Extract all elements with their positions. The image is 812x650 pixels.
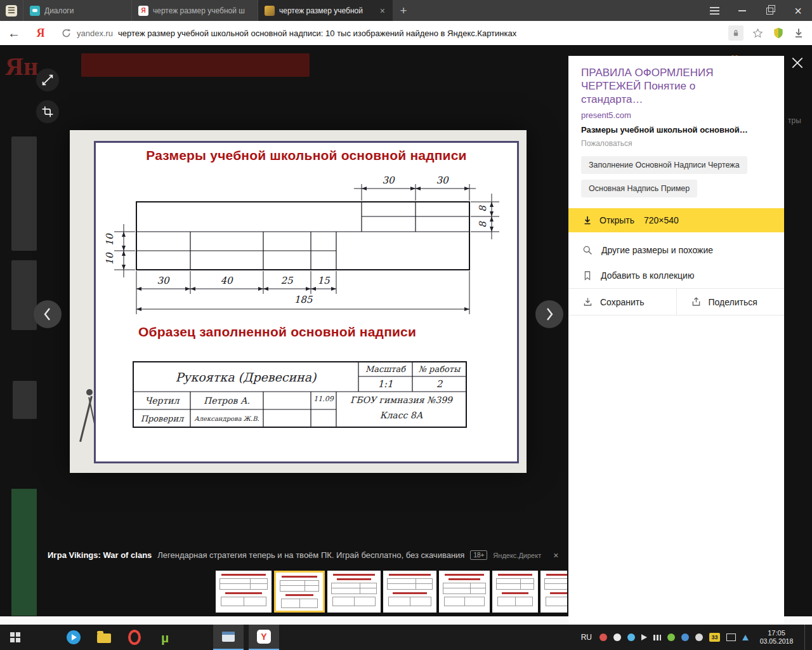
tabs-panel-button[interactable] (0, 0, 23, 21)
taskbar-app-window[interactable] (213, 625, 244, 650)
image-favicon (265, 6, 275, 16)
query-chip[interactable]: Заполнение Основной Надписи Чертежа (581, 156, 747, 174)
taskbar-media-player[interactable] (58, 625, 89, 650)
save-button[interactable]: Сохранить (568, 289, 676, 315)
fullscreen-button[interactable] (36, 69, 59, 91)
sample-work-value: 2 (414, 377, 465, 391)
yandex-logo[interactable]: Я (28, 27, 53, 40)
crop-button[interactable] (36, 100, 59, 123)
network-icon[interactable] (653, 635, 661, 640)
source-page-title[interactable]: ПРАВИЛА ОФОРМЛЕНИЯ ЧЕРТЕЖЕЙ Понятие о ст… (581, 66, 754, 106)
thumbnail[interactable] (327, 571, 381, 613)
language-indicator[interactable]: RU (581, 633, 592, 642)
yandex-favicon: Я (138, 6, 148, 16)
volume-icon[interactable] (641, 634, 647, 640)
ad-title[interactable]: Игра Vikings: War of clans (48, 550, 152, 560)
sample-heading: Образец заполненной основной надписи (138, 324, 416, 340)
minimize-button[interactable] (728, 0, 756, 21)
taskbar-spacer (30, 625, 58, 650)
utorrent-icon: µ (161, 631, 169, 644)
back-button[interactable]: ← (0, 26, 28, 41)
next-image-button[interactable] (535, 300, 563, 328)
dim-right-label: 8 (477, 202, 488, 216)
more-sizes-label: Другие размеры и похожие (601, 245, 713, 255)
start-button[interactable] (0, 625, 30, 650)
menu-icon (710, 10, 719, 11)
opera-icon (128, 630, 141, 645)
sample-scale-label: Масштаб (360, 362, 411, 376)
dim-bottom-label: 25 (280, 275, 292, 286)
ad-text: Легендарная стратегия теперь и на твоём … (157, 550, 464, 560)
taskbar-opera[interactable] (119, 625, 150, 650)
show-hidden-icons[interactable] (742, 635, 749, 640)
next-arrow-icon (542, 306, 556, 322)
sample-check-value: Александрова Ж.В. (191, 410, 263, 427)
tab-label: Диалоги (44, 6, 125, 15)
security-button[interactable] (728, 25, 743, 41)
close-viewer-button[interactable] (790, 55, 805, 70)
tray-app-icon[interactable] (667, 633, 675, 641)
source-site-link[interactable]: present5.com (581, 110, 771, 120)
tab-close-icon[interactable]: × (379, 6, 386, 15)
lock-icon (731, 29, 740, 37)
system-tray: RU 33 17:05 03.05.2018 (581, 625, 812, 650)
prev-image-button[interactable] (34, 300, 62, 328)
sample-check-label: Проверил (134, 410, 190, 427)
dim-top-label: 30 (436, 175, 448, 186)
thumbnail-selected[interactable] (274, 571, 325, 613)
show-desktop-button[interactable] (804, 625, 808, 650)
thumbnail[interactable] (439, 571, 490, 613)
tab-search-results[interactable]: Я чертеж размер учебной ш (131, 0, 258, 21)
taskbar-utorrent[interactable]: µ (150, 625, 180, 650)
tray-app-icon[interactable] (599, 633, 607, 641)
close-icon (790, 56, 804, 70)
tab-image-viewer[interactable]: чертеж размер учебной × (258, 0, 393, 21)
taskbar-yandex-browser[interactable]: Y (249, 625, 279, 650)
reload-icon[interactable] (61, 28, 72, 39)
thumbnail[interactable] (492, 571, 538, 613)
taskbar-file-explorer[interactable] (89, 625, 119, 650)
taskbar-clock[interactable]: 17:05 03.05.2018 (755, 629, 798, 646)
save-share-row: Сохранить Поделиться (568, 288, 784, 315)
thumbnail[interactable] (216, 571, 272, 613)
display-icon[interactable] (726, 633, 736, 641)
folder-icon (97, 633, 111, 643)
close-window-button[interactable]: × (784, 0, 812, 21)
close-icon: × (794, 4, 802, 17)
address-bar: ← Я yandex.ru чертеж размер учебной школ… (0, 21, 812, 45)
close-ad-icon[interactable]: × (553, 550, 558, 560)
tray-badge[interactable]: 33 (709, 633, 720, 642)
clock-date: 03.05.2018 (755, 637, 798, 646)
minimize-icon (738, 10, 746, 11)
ad-banner[interactable]: Игра Vikings: War of clans Легендарная с… (42, 550, 557, 560)
tray-app-icon[interactable] (681, 633, 689, 641)
query-chip[interactable]: Основная Надпись Пример (581, 180, 697, 197)
browser-menu-button[interactable] (700, 0, 728, 21)
dim-top-label: 30 (382, 175, 394, 186)
new-tab-button[interactable]: + (393, 0, 414, 21)
report-link[interactable]: Пожаловаться (581, 139, 771, 148)
dimmed-result-card (13, 381, 37, 419)
share-button[interactable]: Поделиться (676, 289, 785, 315)
omnibox[interactable]: yandex.ru чертеж размер учебной школьной… (61, 28, 721, 39)
tray-app-icon[interactable] (695, 633, 703, 641)
viewed-image[interactable]: Размеры учебной школьной основной надпис… (70, 130, 527, 473)
download-icon[interactable] (793, 27, 804, 39)
sample-date-value: 11.09 (311, 390, 336, 407)
bookmark-star-icon[interactable] (752, 27, 764, 39)
thumbnail-strip (216, 571, 567, 615)
tray-app-icon[interactable] (627, 633, 635, 641)
protect-shield-icon[interactable] (772, 27, 785, 39)
tab-dialogs[interactable]: Диалоги (23, 0, 131, 21)
taskbar-spacer (180, 625, 213, 650)
url-domain: yandex.ru (77, 29, 113, 38)
thumbnail[interactable] (383, 571, 436, 613)
restore-button[interactable] (756, 0, 784, 21)
thumbnail[interactable] (540, 571, 567, 613)
share-label: Поделиться (709, 297, 757, 307)
dimmed-search-bar (81, 53, 310, 77)
open-image-button[interactable]: Открыть 720×540 (568, 208, 784, 232)
tray-app-icon[interactable] (613, 633, 621, 641)
add-to-collection-button[interactable]: Добавить в коллекцию (568, 263, 784, 288)
more-sizes-button[interactable]: Другие размеры и похожие (568, 237, 784, 263)
